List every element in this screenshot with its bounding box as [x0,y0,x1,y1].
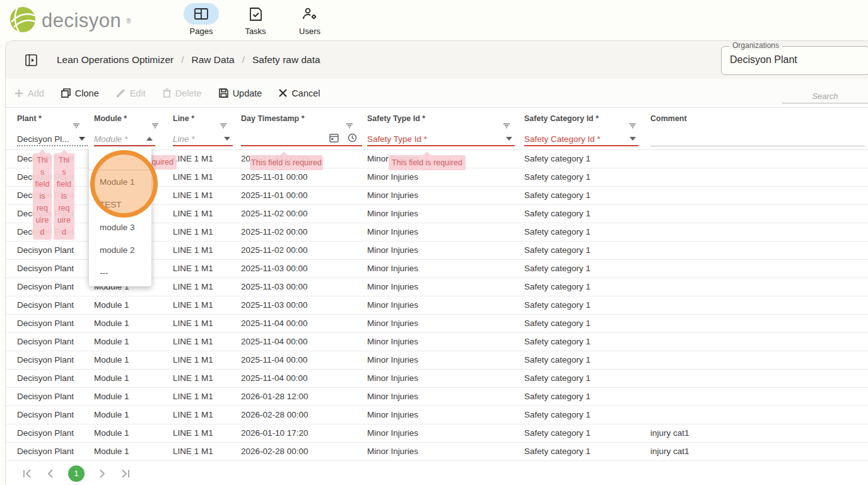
previous-page-button[interactable] [47,469,54,478]
dropdown-option[interactable]: Module 1 [89,170,151,193]
clock-icon[interactable] [348,133,357,144]
chevron-down-icon [630,137,636,141]
day-timestamp-input[interactable] [241,132,362,146]
chevron-up-icon [146,137,153,141]
first-page-button[interactable] [23,469,33,478]
cell-line: LINE 1 M1 [173,315,241,332]
nav-item-pages[interactable]: Pages [182,3,221,36]
sidebar-toggle-icon[interactable] [25,54,37,69]
update-button[interactable]: Update [219,88,262,98]
dropdown-option[interactable]: TEST [89,193,151,216]
column-header-plant[interactable]: Plant * [6,108,94,129]
table-row[interactable]: Decisyon PlantModule 1LINE 1 M12026-02-2… [6,406,868,424]
nav-item-tasks[interactable]: Tasks [236,3,275,36]
users-icon [292,3,327,25]
cell-comment [650,187,868,204]
tooltip-arrow [38,149,47,154]
chevron-down-icon [506,137,512,141]
cell-plant: Decisyon Plant [6,406,94,424]
cell-line: LINE 1 M1 [173,296,241,314]
column-header-day-timestamp[interactable]: Day Timestamp * [241,108,367,129]
cell-safety_type: Minor Injuries [367,223,524,241]
cell-line: LINE 1 M1 [173,187,241,204]
cell-line: LINE 1 M1 [173,443,241,460]
edit-button[interactable]: Edit [116,88,146,98]
filter-icon[interactable] [73,115,80,129]
table-row[interactable]: Decisyon PlantModule 1LINE 1 M12026-01-1… [6,424,868,443]
validation-tooltip-plant-2: Thi s field is req uire d [54,153,74,240]
next-page-button[interactable] [99,469,105,478]
tasks-icon [238,3,273,25]
cell-timestamp: 2026-01-28 12:00 [241,388,367,406]
safety-type-placeholder: Safety Type Id * [367,134,427,144]
dropdown-option[interactable]: --- [89,261,151,284]
column-header-safety-type[interactable]: Safety Type Id * [367,108,524,129]
breadcrumb-item-app[interactable]: Lean Operations Optimizer [57,54,173,66]
safety-category-select[interactable]: Safety Category Id * [524,132,638,146]
module-select[interactable]: Module * [94,132,155,146]
cell-timestamp: 2025-11-01 00:00 [241,168,367,186]
breadcrumb-item-section[interactable]: Raw Data [192,54,235,66]
cell-safety_type: Minor Injuries [367,406,524,424]
table-row[interactable]: Decisyon PlantModule 1LINE 1 M12025-11-0… [6,333,868,351]
cell-comment [650,223,868,241]
safety-type-select[interactable]: Safety Type Id * [367,132,515,146]
cell-safety_category: Safety category 1 [524,223,650,241]
delete-button[interactable]: Delete [163,88,202,98]
table-row[interactable]: Decisyon PlantModule 1LINE 1 M12025-11-0… [6,315,868,333]
comment-input[interactable] [650,132,865,146]
filter-icon[interactable] [151,115,159,129]
column-header-safety-category[interactable]: Safety Category Id * [524,108,650,129]
cell-comment [650,168,868,186]
pencil-icon [116,88,126,98]
line-select[interactable]: Line * [173,132,233,146]
cell-plant: Decisyon Plant [6,315,94,332]
table-row[interactable]: Decisyon PlantModule 1LINE 1 M12025-11-0… [6,296,868,315]
cell-module: Module 1 [94,443,173,460]
validation-tooltip-plant-1: Thi s field is req uire d [33,153,52,240]
filter-icon[interactable] [346,115,353,129]
add-button[interactable]: Add [15,88,44,98]
filter-icon[interactable] [220,115,227,129]
calendar-icon[interactable] [329,133,339,144]
pagination: 1 [6,461,868,485]
table-row[interactable]: Decisyon PlantModule 1LINE 1 M12026-02-2… [6,443,868,461]
update-label: Update [233,88,262,98]
decisyon-logo: decisyon ® [9,6,131,36]
organizations-label: Organizations [729,41,782,50]
cell-plant: Decisyon Plant [6,260,94,278]
dropdown-option-blank[interactable] [89,147,151,170]
filter-icon[interactable] [503,115,510,129]
cell-module: Module 1 [94,370,173,387]
cell-module: Module 1 [94,388,173,406]
clone-button[interactable]: Clone [61,88,99,98]
filter-icon[interactable] [629,115,636,129]
search-field [782,90,868,103]
search-input[interactable] [782,90,868,103]
cell-comment [650,351,868,369]
cell-line: LINE 1 M1 [173,223,241,241]
column-header-comment[interactable]: Comment [650,108,868,129]
current-page-indicator[interactable]: 1 [68,465,85,482]
cancel-button[interactable]: Cancel [279,88,320,98]
cell-comment [650,388,868,406]
column-header-line[interactable]: Line * [173,108,241,129]
column-header-module[interactable]: Module * [94,108,173,129]
cell-plant: Decisyon Plant [6,370,94,387]
nav-item-users[interactable]: Users [290,3,329,36]
cell-timestamp: 2026-01-10 17:20 [241,424,367,442]
delete-label: Delete [175,88,202,98]
table-row[interactable]: Decisyon PlantModule 1LINE 1 M12025-11-0… [6,370,868,388]
cell-timestamp: 2025-11-04 00:00 [241,351,367,369]
cell-safety_category: Safety category 1 [524,187,650,204]
dropdown-option[interactable]: module 3 [89,216,151,238]
table-row[interactable]: Decisyon PlantModule 1LINE 1 M12025-11-0… [6,351,868,370]
decisyon-logo-icon [9,6,37,36]
clone-label: Clone [75,88,99,98]
organizations-select[interactable]: Organizations Decisyon Plant [721,46,868,75]
cell-safety_type: Minor Injuries [367,315,524,332]
dropdown-option[interactable]: module 2 [89,238,151,261]
last-page-button[interactable] [120,469,130,478]
table-row[interactable]: Decisyon PlantModule 1LINE 1 M12026-01-2… [6,388,868,406]
plant-select[interactable]: Decisyon Pl... [17,132,88,146]
